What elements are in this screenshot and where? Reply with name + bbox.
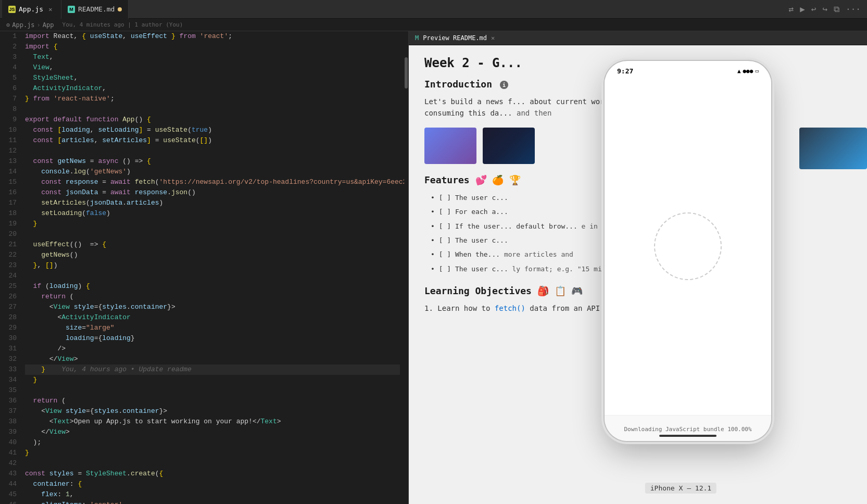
code-line-34: } xyxy=(25,375,400,385)
code-line-2: import { xyxy=(25,42,400,52)
code-line-9: export default function App() { xyxy=(25,115,400,125)
code-line-42 xyxy=(25,458,400,469)
code-line-32: </View> xyxy=(25,354,400,364)
iphone-status-bar: 9:27 ▲ ●●● ▭ xyxy=(605,61,771,77)
code-line-5: StyleSheet, xyxy=(25,73,400,83)
breadcrumb-bar: ⊙ App.js › App You, 4 minutes ago | 1 au… xyxy=(0,19,867,31)
code-line-36: return ( xyxy=(25,396,400,406)
main-area: 12345 678910 1112131415 1617181920 21222… xyxy=(0,31,867,504)
code-line-27: <View style={styles.container}> xyxy=(25,302,400,312)
preview-tab-title: Preview README.md xyxy=(423,34,487,42)
md-icon: M xyxy=(68,6,75,13)
code-content[interactable]: import React, { useState, useEffect } fr… xyxy=(21,31,404,504)
code-line-30: loading={loading} xyxy=(25,333,400,344)
preview-img-1 xyxy=(424,128,476,164)
code-line-16: const jsonData = await response.json() xyxy=(25,187,400,198)
code-line-24 xyxy=(25,271,400,281)
iphone-screen xyxy=(605,77,771,415)
code-line-46: alignItems: 'center', xyxy=(25,500,400,504)
git-info: You, 4 minutes ago | 1 author (You) xyxy=(62,21,183,28)
breadcrumb-root[interactable]: App.js xyxy=(12,21,34,29)
code-line-40: ); xyxy=(25,437,400,448)
code-line-44: container: { xyxy=(25,479,400,489)
tab-readme[interactable]: M README.md xyxy=(61,0,129,19)
breadcrumb-child[interactable]: App xyxy=(43,21,54,29)
code-line-17: setArticles(jsonData.articles) xyxy=(25,198,400,208)
iphone-status-icons: ▲ ●●● ▭ xyxy=(737,68,759,74)
preview-img-2 xyxy=(483,128,535,164)
info-icon: i xyxy=(500,81,508,89)
wifi-icon: ▲ xyxy=(737,68,741,74)
code-line-12 xyxy=(25,146,400,156)
code-line-10: const [loading, setLoading] = useState(t… xyxy=(25,125,400,135)
tab-appjs-close[interactable]: ✕ xyxy=(46,5,55,14)
code-line-14: console.log('getNews') xyxy=(25,167,400,177)
editor-scrollbar[interactable] xyxy=(404,31,408,504)
code-line-37: <View style={styles.container}> xyxy=(25,406,400,417)
split-icon[interactable]: ⧉ xyxy=(834,4,839,14)
battery-icon: ▭ xyxy=(755,68,759,74)
js-icon: JS xyxy=(8,6,16,13)
code-line-21: useEffect(() => { xyxy=(25,240,400,250)
signal-icon: ●●● xyxy=(743,68,753,74)
breadcrumb-sep: › xyxy=(37,21,41,29)
code-line-18: setLoading(false) xyxy=(25,208,400,219)
code-area[interactable]: 12345 678910 1112131415 1617181920 21222… xyxy=(0,31,408,504)
code-line-41: } xyxy=(25,448,400,458)
code-line-33: } You, 4 hours ago • Update readme xyxy=(25,364,400,375)
code-line-11: const [articles, setArticles] = useState… xyxy=(25,135,400,146)
code-line-45: flex: 1, xyxy=(25,489,400,500)
code-line-25: if (loading) { xyxy=(25,281,400,292)
sync-icon[interactable]: ⇄ xyxy=(789,4,794,14)
preview-panel[interactable]: Week 2 - G... Introduction i Let's build… xyxy=(409,45,867,504)
code-editor: 12345 678910 1112131415 1617181920 21222… xyxy=(0,31,409,504)
code-line-6: ActivityIndicator, xyxy=(25,83,400,94)
preview-tab-bar: M Preview README.md ✕ xyxy=(409,31,867,45)
iphone-download-status: Downloading JavaScript bundle 100.00% xyxy=(624,426,751,433)
fetch-link[interactable]: fetch() xyxy=(495,304,525,312)
code-line-29: size="large" xyxy=(25,323,400,333)
code-line-31: /> xyxy=(25,344,400,354)
iphone-home-indicator xyxy=(659,435,717,437)
code-line-22: getNews() xyxy=(25,250,400,260)
iphone-simulator: 9:27 ▲ ●●● ▭ Downloading JavaScript bund… xyxy=(605,61,771,441)
code-line-23: }, []) xyxy=(25,260,400,271)
code-line-43: const styles = StyleSheet.create({ xyxy=(25,469,400,479)
code-line-26: return ( xyxy=(25,292,400,302)
code-line-4: View, xyxy=(25,62,400,73)
code-line-8 xyxy=(25,104,400,115)
code-line-15: const response = await fetch('https://ne… xyxy=(25,177,400,187)
tab-readme-label: README.md xyxy=(78,5,115,13)
forward-icon[interactable]: ↪ xyxy=(822,4,827,14)
code-line-13: const getNews = async () => { xyxy=(25,156,400,167)
code-line-38: <Text>Open up App.js to start working on… xyxy=(25,417,400,427)
scrollbar-thumb[interactable] xyxy=(405,57,408,89)
preview-md-icon: M xyxy=(415,34,419,42)
tab-appjs[interactable]: JS App.js ✕ xyxy=(2,0,61,19)
preview-tab-close[interactable]: ✕ xyxy=(491,34,495,42)
iphone-time: 9:27 xyxy=(617,67,633,75)
run-icon[interactable]: ▶ xyxy=(800,4,805,14)
preview-container: M Preview README.md ✕ Week 2 - G... Intr… xyxy=(409,31,867,504)
code-line-39: </View> xyxy=(25,427,400,437)
activity-indicator xyxy=(654,212,722,280)
line-numbers: 12345 678910 1112131415 1617181920 21222… xyxy=(0,31,21,504)
code-line-19: } xyxy=(25,219,400,229)
tab-bar: JS App.js ✕ M README.md ⇄ ▶ ↩ ↪ ⧉ ··· xyxy=(0,0,867,19)
editor-toolbar: ⇄ ▶ ↩ ↪ ⧉ ··· xyxy=(789,4,865,14)
tab-appjs-label: App.js xyxy=(19,5,43,13)
code-line-7: } from 'react-native'; xyxy=(25,94,400,104)
iphone-model-label: iPhone X — 12.1 xyxy=(645,483,717,494)
back-icon[interactable]: ↩ xyxy=(811,4,816,14)
breadcrumb-icon: ⊙ xyxy=(6,21,10,29)
code-line-28: <ActivityIndicator xyxy=(25,312,400,323)
code-line-20 xyxy=(25,229,400,240)
code-line-3: Text, xyxy=(25,52,400,62)
code-line-35 xyxy=(25,385,400,396)
more-icon[interactable]: ··· xyxy=(846,4,861,14)
iphone-bottom-bar: Downloading JavaScript bundle 100.00% xyxy=(605,415,771,441)
code-line-1: import React, { useState, useEffect } fr… xyxy=(25,31,400,42)
preview-img-wide xyxy=(799,128,867,169)
tab-modified-indicator xyxy=(118,7,122,11)
